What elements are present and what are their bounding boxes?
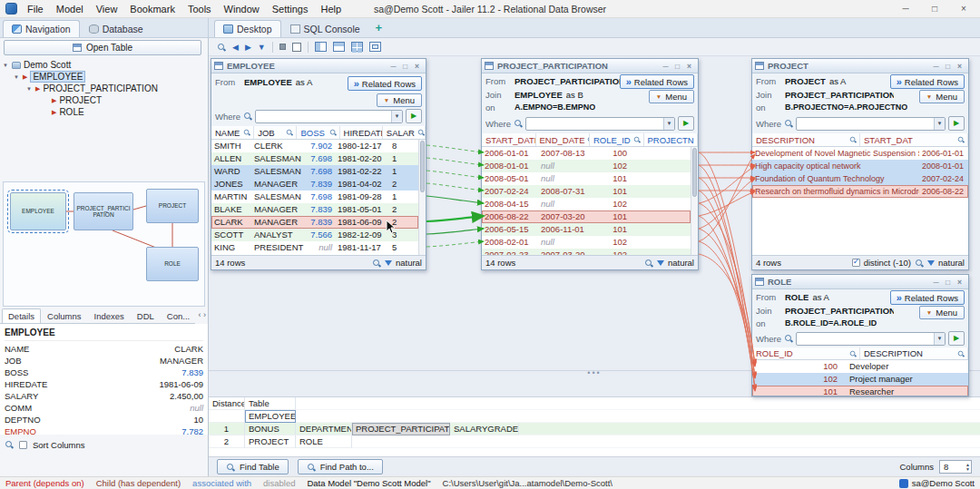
closure-table-cell[interactable]: SALARYGRADE	[450, 423, 519, 435]
column-search-icon[interactable]	[329, 129, 337, 136]
nav-back-button[interactable]: ◀	[232, 43, 239, 52]
column-header[interactable]: PROJECTN	[644, 133, 699, 146]
find-path-button[interactable]: Find Path to...	[298, 459, 383, 474]
maximize-button[interactable]: □	[942, 60, 954, 73]
column-header[interactable]: NAME	[211, 126, 254, 139]
menu-item[interactable]: File	[21, 0, 50, 18]
search-icon[interactable]	[372, 259, 381, 268]
related-rows-button[interactable]: » Related Rows	[348, 76, 422, 91]
nav-down-button[interactable]: ▼	[258, 43, 266, 52]
menu-item[interactable]: Window	[218, 0, 266, 18]
connection-indicator[interactable]: sa@Demo Scott	[899, 478, 975, 488]
sort-mode-label[interactable]: natural	[396, 258, 422, 268]
nav-forward-button[interactable]: ▶	[245, 43, 251, 52]
table-row[interactable]: 2007-02-23 2007-03-20 102	[482, 249, 691, 255]
menu-item[interactable]: Help	[314, 0, 348, 18]
execute-button[interactable]: ▶	[948, 331, 965, 346]
table-row[interactable]: 2008-01-01 null 102	[482, 160, 691, 172]
tree-item[interactable]: ▼ ▶ PROJECT	[2, 94, 206, 106]
expander-icon[interactable]: ▼	[13, 74, 20, 80]
close-button[interactable]: ×	[949, 0, 978, 18]
closure-table-cell[interactable]: BONUS	[245, 423, 296, 435]
column-header[interactable]: DESCRIPTION	[752, 133, 860, 146]
filter-icon[interactable]	[657, 260, 664, 266]
tabs-scroll-icons[interactable]: ‹ ›	[199, 310, 207, 319]
chevron-down-icon[interactable]: ▼	[391, 111, 402, 122]
menu-button[interactable]: ▼ Menu	[649, 90, 694, 103]
detail-tab[interactable]: Details	[2, 308, 41, 323]
where-condition-combobox[interactable]: ▼	[796, 117, 946, 131]
execute-button[interactable]: ▶	[948, 116, 965, 131]
table-row[interactable]: 2008-04-15 null 102	[482, 198, 691, 210]
minimize-button[interactable]: ─	[387, 60, 399, 73]
closure-table-cell[interactable]: DEPARTMENT	[296, 423, 352, 435]
closure-table-cell[interactable]: PROJECT_PARTICIPATION	[352, 423, 450, 435]
search-icon[interactable]	[5, 440, 14, 449]
maximize-button[interactable]: □	[399, 60, 411, 73]
detail-tab[interactable]: Indexes	[88, 308, 131, 323]
column-header[interactable]: END_DATE	[536, 133, 591, 146]
related-rows-button[interactable]: » Related Rows	[890, 290, 965, 305]
menu-item[interactable]: Bookmark	[123, 0, 181, 18]
column-header[interactable]: ROLE_ID	[752, 347, 860, 359]
vertical-scrollbar[interactable]	[691, 147, 698, 255]
tree-item[interactable]: ▼ ▶ PROJECT_PARTICIPATION	[2, 83, 206, 94]
compact-view-button[interactable]	[279, 44, 286, 50]
search-icon[interactable]	[514, 119, 523, 128]
column-header[interactable]: DESCRIPTION	[860, 347, 968, 359]
layout-cascade-button[interactable]	[369, 42, 381, 52]
columns-spinner[interactable]: 8 ▲▼	[939, 460, 972, 474]
diagram-employee-box[interactable]: EMPLOYEE	[10, 192, 66, 230]
column-search-icon[interactable]	[633, 136, 641, 143]
expander-icon[interactable]: ▼	[25, 86, 33, 92]
sort-mode-label[interactable]: natural	[938, 258, 965, 268]
layout-vertical-button[interactable]	[315, 42, 327, 52]
where-condition-combobox[interactable]: ▼	[796, 332, 946, 346]
related-rows-button[interactable]: » Related Rows	[890, 74, 965, 89]
column-header[interactable]: HIREDATE	[340, 126, 383, 139]
expand-view-button[interactable]	[292, 43, 301, 52]
open-table-button[interactable]: Open Table	[4, 40, 201, 55]
table-row[interactable]: 2006-01-01 2007-08-13 100	[482, 147, 691, 160]
detail-tab[interactable]: DDL	[131, 308, 161, 323]
chevron-down-icon[interactable]: ▼	[934, 118, 945, 130]
maximize-button[interactable]: □	[942, 276, 954, 289]
window-titlebar[interactable]: PROJECT ─ □ ×	[752, 59, 968, 73]
close-button[interactable]: ×	[954, 60, 965, 73]
table-row[interactable]: 100 Developer	[752, 360, 968, 373]
table-row[interactable]: High capacity optical network 2008-01-01	[752, 160, 968, 172]
sort-mode-label[interactable]: natural	[668, 258, 694, 268]
menu-button[interactable]: ▼ Menu	[919, 306, 965, 319]
search-icon[interactable]	[784, 334, 793, 343]
table-row[interactable]: 102 Project manager	[752, 373, 968, 386]
table-row[interactable]: KING PRESIDENT null 1981-11-17 5	[211, 241, 418, 254]
search-icon[interactable]	[784, 119, 793, 128]
tab-database[interactable]: Database	[80, 20, 152, 37]
closure-table-cell[interactable]: EMPLOYEE	[245, 410, 296, 423]
menu-item[interactable]: Model	[50, 0, 90, 18]
table-row[interactable]: SMITH CLERK 7.902 1980-12-17 8	[211, 140, 418, 152]
table-row[interactable]: Research on thermofluid dynamics in Micr…	[752, 185, 968, 198]
table-row[interactable]: JONES MANAGER 7.839 1981-04-02 2	[211, 178, 418, 191]
table-row[interactable]: BLAKE MANAGER 7.839 1981-05-01 2	[211, 203, 418, 216]
column-search-icon[interactable]	[849, 350, 857, 357]
where-condition-combobox[interactable]: ▼	[255, 110, 403, 123]
column-header[interactable]: JOB	[254, 126, 297, 139]
table-row[interactable]: 2006-05-15 2006-11-01 101	[482, 223, 691, 236]
maximize-button[interactable]: □	[671, 60, 683, 73]
table-row[interactable]: 2007-02-24 2008-07-31 101	[482, 185, 691, 198]
minimize-button[interactable]: ─	[891, 0, 920, 18]
sort-columns-checkbox[interactable]	[19, 441, 27, 449]
column-search-icon[interactable]	[243, 129, 250, 136]
execute-button[interactable]: ▶	[406, 109, 422, 123]
spinner-arrows-icon[interactable]: ▲▼	[965, 463, 970, 471]
menu-item[interactable]: Settings	[266, 0, 315, 18]
expander-icon[interactable]: ▼	[2, 63, 9, 68]
column-search-icon[interactable]	[957, 136, 965, 143]
tab-navigation[interactable]: Navigation	[3, 20, 80, 37]
menu-button[interactable]: ▼ Menu	[377, 93, 422, 107]
table-row[interactable]: 101 Researcher	[752, 386, 968, 396]
execute-button[interactable]: ▶	[678, 116, 694, 131]
column-search-icon[interactable]	[286, 129, 293, 136]
table-row[interactable]: MARTIN SALESMAN 7.698 1981-09-28 1	[211, 191, 418, 203]
